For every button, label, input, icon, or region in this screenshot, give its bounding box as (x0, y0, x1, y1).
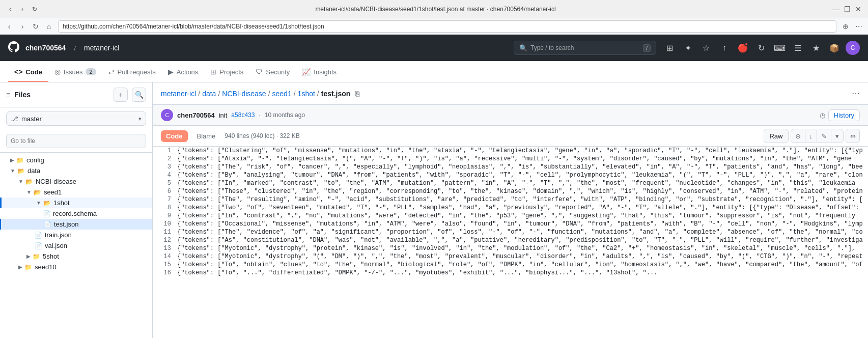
file-icon: 📄 (44, 221, 52, 228)
github-search[interactable]: 🔍 Type / to search / (514, 41, 656, 55)
tree-label: seed1 (44, 188, 62, 196)
edit-btn[interactable]: ✎ (817, 130, 831, 142)
raw-btn[interactable]: Raw (764, 129, 788, 143)
tab-actions[interactable]: ▶ Actions (162, 63, 205, 82)
files-icon: ≡ (6, 91, 10, 99)
window-restore[interactable]: ❐ (843, 5, 852, 14)
tree-item-data[interactable]: ▼ 📂 data (0, 165, 152, 176)
copy-path-icon[interactable]: ⎘ (355, 90, 359, 98)
tree-item-test-json[interactable]: 📄 test.json (0, 219, 152, 230)
forward-icon[interactable]: › (17, 21, 27, 32)
sidebar-header: ≡ Files + 🔍 (0, 82, 152, 107)
sidebar-search-input[interactable] (6, 134, 146, 148)
package-icon[interactable]: 📦 (827, 41, 842, 55)
line-number[interactable]: 13 (153, 244, 177, 252)
table-row: 8 {"tokens": ["Two", "of", "seventeen", … (153, 204, 868, 212)
edit-dropdown-btn[interactable]: ▾ (831, 130, 843, 142)
tab-pull-requests[interactable]: ⇄ Pull requests (102, 63, 162, 82)
copilot-icon[interactable]: ✦ (681, 41, 695, 55)
settings-icon[interactable]: ⋯ (854, 21, 864, 32)
tree-item-5shot[interactable]: ▶ 📁 5shot (0, 251, 152, 262)
tree-item-seed1[interactable]: ▼ 📂 seed1 (0, 187, 152, 198)
tree-item-1shot[interactable]: ▼ 📂 1shot (0, 198, 152, 208)
table-row: 10 {"tokens": ["Occasional", "missense",… (153, 220, 868, 228)
wrap-btn[interactable]: ⇔ (846, 129, 860, 143)
user-avatar[interactable]: C (846, 41, 860, 55)
tree-item-record-schema[interactable]: 📄 record.schema (0, 208, 152, 219)
back-icon[interactable]: ‹ (4, 21, 14, 32)
keyboard-icon[interactable]: ⌨ (772, 41, 787, 55)
tree-label: NCBI-disease (36, 178, 76, 185)
github-logo[interactable] (8, 41, 19, 55)
commit-author[interactable]: chen700564 (177, 111, 215, 119)
window-controls: — ❐ ✕ (831, 5, 863, 14)
code-view[interactable]: 1 {"tokens": ["Clustering", "of", "misse… (153, 147, 868, 338)
tab-code[interactable]: <> Code (8, 63, 48, 82)
notification-icon[interactable]: 🔴 (736, 41, 750, 55)
commit-bar: C chen700564 init a58c433 · 10 months ag… (153, 105, 868, 126)
security-icon: 🛡 (256, 68, 263, 76)
line-number[interactable]: 5 (153, 179, 177, 187)
line-code: {"tokens": ["Occasional", "missense", "m… (177, 220, 868, 228)
tab-security[interactable]: 🛡 Security (249, 63, 296, 82)
line-number[interactable]: 4 (153, 171, 177, 179)
star-icon[interactable]: ☆ (699, 41, 713, 55)
line-number[interactable]: 7 (153, 195, 177, 204)
line-number[interactable]: 1 (153, 147, 177, 155)
line-number[interactable]: 9 (153, 212, 177, 220)
tab-insights[interactable]: 📈 Insights (296, 63, 343, 82)
browser-refresh[interactable]: ↻ (30, 4, 40, 14)
home-icon[interactable]: ⌂ (44, 21, 54, 32)
bookmark-icon[interactable]: ★ (809, 41, 823, 55)
upload-icon[interactable]: ↑ (717, 41, 732, 55)
window-close[interactable]: ✕ (854, 5, 863, 14)
search-files-btn[interactable]: 🔍 (132, 88, 146, 102)
tree-item-train-json[interactable]: 📄 train.json (0, 230, 152, 240)
breadcrumb-file: test.json (321, 90, 351, 98)
browser-forward[interactable]: › (17, 4, 27, 14)
line-number[interactable]: 10 (153, 220, 177, 228)
window-minimize[interactable]: — (831, 5, 841, 14)
download-btn[interactable]: ↓ (805, 130, 818, 142)
grid-icon[interactable]: ⊞ (662, 41, 677, 55)
github-repo[interactable]: metaner-icl (84, 44, 119, 52)
breadcrumb-data[interactable]: data (202, 90, 216, 98)
breadcrumb-seed1[interactable]: seed1 (272, 90, 292, 98)
refresh-browser-icon[interactable]: ↻ (754, 41, 768, 55)
line-number[interactable]: 3 (153, 163, 177, 171)
tree-item-config[interactable]: ▶ 📁 config (0, 155, 152, 165)
tree-item-val-json[interactable]: 📄 val.json (0, 240, 152, 251)
browser-back[interactable]: ‹ (5, 4, 15, 14)
tab-projects[interactable]: ⊞ Projects (204, 63, 249, 82)
line-number[interactable]: 11 (153, 228, 177, 236)
github-user[interactable]: chen700564 (25, 44, 66, 52)
extension-icon[interactable]: ⊕ (841, 21, 851, 32)
history-button[interactable]: History (828, 109, 860, 121)
line-number[interactable]: 12 (153, 236, 177, 244)
tree-item-seed10[interactable]: ▶ 📁 seed10 (0, 262, 152, 272)
blame-tab-btn[interactable]: Blame (192, 130, 221, 142)
table-row: 5 {"tokens": ["In", "marked", "contrast"… (153, 179, 868, 187)
breadcrumb-ncbi[interactable]: NCBI-disease (222, 90, 266, 98)
breadcrumb-repo[interactable]: metaner-icl (161, 90, 196, 98)
refresh-icon[interactable]: ↻ (31, 21, 41, 32)
tree-item-ncbi[interactable]: ▼ 📂 NCBI-disease (0, 176, 152, 187)
commit-hash[interactable]: a58c433 (231, 111, 255, 119)
tab-issues[interactable]: ◎ Issues 2 (48, 63, 102, 82)
line-number[interactable]: 8 (153, 204, 177, 212)
branch-selector[interactable]: ⎇ master ▾ (6, 111, 146, 126)
more-options-icon[interactable]: ⋯ (852, 89, 860, 98)
copy-raw-btn[interactable]: ⊕ (791, 130, 805, 142)
chevron-down-icon: ▼ (10, 168, 15, 174)
line-number[interactable]: 2 (153, 155, 177, 163)
code-tab-btn[interactable]: Code (161, 130, 188, 142)
line-number[interactable]: 6 (153, 187, 177, 195)
history-label: History (834, 111, 854, 119)
line-number[interactable]: 14 (153, 252, 177, 261)
add-file-btn[interactable]: + (114, 88, 128, 102)
line-number[interactable]: 15 (153, 261, 177, 269)
breadcrumb-1shot[interactable]: 1shot (298, 90, 315, 98)
address-input[interactable] (58, 20, 836, 33)
line-number[interactable]: 16 (153, 269, 177, 277)
sidebar-toggle-icon[interactable]: ☰ (791, 41, 805, 55)
